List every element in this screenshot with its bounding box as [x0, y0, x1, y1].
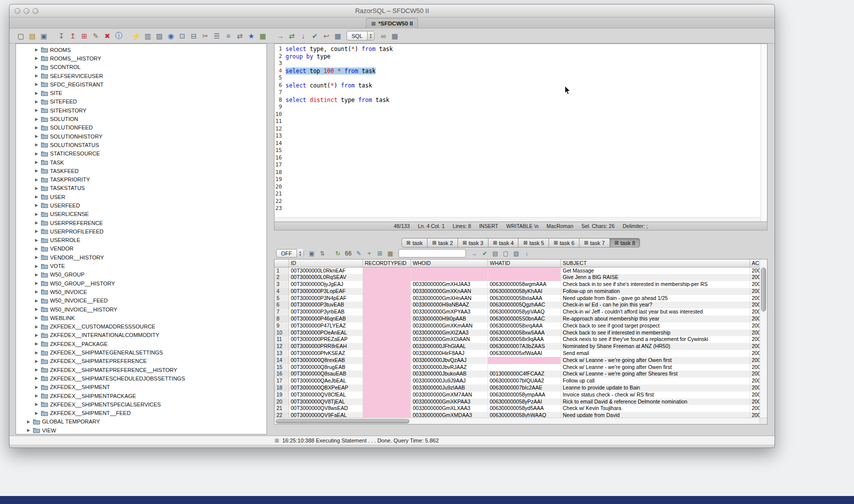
sort-results-icon[interactable]: ⇅: [318, 248, 327, 258]
tree-item[interactable]: ▶ZKFEDEX__SHIPMENTPACKAGE: [16, 392, 266, 400]
cell-ac[interactable]: 200: [750, 405, 760, 412]
cell-whoid[interactable]: 0033000000GmXM7AAN: [410, 392, 488, 398]
tree-item[interactable]: ▶ROOMS__HISTORY: [16, 54, 266, 62]
cell-subject[interactable]: Send email: [560, 350, 750, 357]
disclosure-triangle-icon[interactable]: ▶: [34, 385, 39, 390]
cell-whatid[interactable]: 006300000058yhWAAQ: [488, 412, 560, 418]
tree-item[interactable]: ▶VENDOR: [16, 244, 266, 253]
disclosure-triangle-icon[interactable]: ▶: [34, 359, 39, 364]
cell-whoid[interactable]: 0033000000Ju9J9AAJ: [410, 378, 488, 384]
cell-recordtypeid[interactable]: [362, 336, 410, 343]
disclosure-triangle-icon[interactable]: ▶: [34, 65, 39, 70]
insert-row-icon[interactable]: +: [364, 248, 374, 258]
cell-subject[interactable]: Re-approach about membership this year: [560, 316, 750, 322]
disclosure-triangle-icon[interactable]: ▶: [34, 316, 39, 320]
column-header-id[interactable]: ID: [288, 260, 362, 267]
disclosure-triangle-icon[interactable]: ▶: [34, 298, 39, 303]
cell-whoid[interactable]: 0033000000GmXOiAAN: [410, 336, 488, 343]
cell-id[interactable]: 00T3000000OjyJgEAJ: [288, 281, 362, 288]
cell-whoid[interactable]: 0033000000JbvQzAAJ: [410, 357, 488, 364]
disclosure-triangle-icon[interactable]: ▶: [34, 212, 39, 216]
cell-whatid[interactable]: 00630000005S0bnAAC: [488, 316, 560, 322]
column-header-ac[interactable]: AC: [750, 260, 760, 267]
cell-whoid[interactable]: 0033000000Ju9zIAAB: [410, 384, 488, 392]
rollback-icon[interactable]: ↩: [321, 30, 332, 41]
cell-recordtypeid[interactable]: [362, 378, 410, 384]
cell-recordtypeid[interactable]: [362, 392, 410, 398]
editor-vertical-scrollbar[interactable]: [760, 44, 767, 222]
cell-whatid[interactable]: 006300000058wgmAAA: [488, 281, 560, 288]
disclosure-triangle-icon[interactable]: ▶: [34, 324, 39, 329]
tree-item[interactable]: ▶SOLUTIONFEED: [16, 124, 266, 132]
cell-recordtypeid[interactable]: [362, 281, 410, 288]
tree-item[interactable]: ▶GLOBAL TEMPORARY: [16, 418, 266, 426]
disclosure-triangle-icon[interactable]: ▶: [34, 342, 39, 346]
cell-recordtypeid[interactable]: [362, 267, 410, 274]
tree-item[interactable]: ▶STATICRESOURCE: [16, 150, 266, 158]
cell-ac[interactable]: 200: [750, 343, 760, 350]
execute-sql-icon[interactable]: ⚡: [131, 30, 142, 41]
tree-item[interactable]: ▶SFDC_REGISTRANT: [16, 80, 266, 88]
tree-item[interactable]: ▶SITE: [16, 88, 266, 97]
cell-id[interactable]: 00T3000000POeAnEAL: [288, 330, 362, 336]
tree-item[interactable]: ▶W50_INVOICE__FEED: [16, 296, 266, 305]
tree-item[interactable]: ▶ZKFEDEX__SHIPMENTSPECIALSERVICES: [16, 400, 266, 408]
cell-id[interactable]: 00T3000000P46qnEAB: [288, 316, 362, 322]
tree-item[interactable]: ▶W50_INVOICE__HISTORY: [16, 305, 266, 314]
quotes-icon[interactable]: 66: [344, 248, 353, 258]
cell-whatid[interactable]: 006300000058ypVAAQ: [488, 308, 560, 316]
results-search-input[interactable]: [398, 249, 466, 258]
results-tab-task-3[interactable]: ⊠task 3: [458, 238, 488, 248]
tab-close-icon[interactable]: ⊠: [493, 240, 497, 246]
scrollbar-thumb[interactable]: [276, 419, 410, 424]
cell-id[interactable]: 00T3000000QAeJbEAL: [288, 378, 362, 384]
cell-whatid[interactable]: 006300000058yPzAAI: [488, 398, 560, 406]
go-icon[interactable]: →: [275, 30, 286, 41]
disclosure-triangle-icon[interactable]: ▶: [34, 368, 39, 372]
cell-ac[interactable]: 200: [750, 308, 760, 316]
results-tab-task-8[interactable]: ⊠task 8: [610, 238, 640, 248]
cell-subject[interactable]: Check-in w/ Ed - can he join this year?: [560, 302, 750, 308]
auto-commit-select[interactable]: OFF ▲▼: [276, 249, 304, 258]
copy-icon[interactable]: ⊡: [177, 30, 188, 41]
cell-ac[interactable]: 200: [750, 336, 760, 343]
sql-mode-select[interactable]: SQL ▲▼: [346, 31, 374, 40]
search-icon[interactable]: ◉: [166, 30, 176, 41]
cell-whoid[interactable]: 0033000000JFhGlAAL: [410, 343, 488, 350]
cell-subject[interactable]: Check w/ Leanne - we're going after Owen…: [560, 364, 750, 371]
pane-splitter[interactable]: [267, 44, 274, 434]
editor-horizontal-scrollbar[interactable]: [274, 217, 760, 222]
explain-plan-icon[interactable]: ▧: [154, 30, 164, 41]
cell-whatid[interactable]: 006300000058yd5AAA: [488, 405, 560, 412]
cell-id[interactable]: 00T3000000L0RknEAF: [288, 267, 362, 274]
cell-whoid[interactable]: 0033000000JbukoAAB: [410, 370, 488, 378]
table-grid-icon[interactable]: ▦: [258, 30, 268, 41]
cell-ac[interactable]: 200: [750, 330, 760, 336]
cell-whatid[interactable]: 006300000058ympAAA: [488, 392, 560, 398]
cell-id[interactable]: 00T3000000QBXPeEAP: [288, 384, 362, 392]
disclosure-triangle-icon[interactable]: ▶: [26, 420, 31, 424]
disclosure-triangle-icon[interactable]: ▶: [34, 126, 39, 130]
tree-item[interactable]: ▶SOLUTION: [16, 114, 266, 123]
disclosure-triangle-icon[interactable]: ▶: [34, 48, 39, 52]
cell-whoid[interactable]: 0033000000GmXLXAA3: [410, 405, 488, 412]
cell-recordtypeid[interactable]: [362, 274, 410, 281]
compare-icon[interactable]: ⇄: [234, 30, 245, 41]
cell-whatid[interactable]: 006300000058xw5AAA: [488, 330, 560, 336]
find-next-icon[interactable]: →: [470, 248, 479, 258]
disclosure-triangle-icon[interactable]: ▶: [34, 56, 39, 60]
disclosure-triangle-icon[interactable]: ▶: [34, 246, 39, 251]
cell-id[interactable]: 00T3000000Q8rexEAB: [288, 357, 362, 364]
disclosure-triangle-icon[interactable]: ▶: [34, 203, 39, 208]
tree-item[interactable]: ▶ZKFEDEX__SHIPMENT: [16, 383, 266, 392]
cell-ac[interactable]: 200: [750, 412, 760, 418]
cell-whoid[interactable]: 0033000000JbvRJAAZ: [410, 364, 488, 371]
new-file-icon[interactable]: ▢: [16, 30, 26, 41]
connections-icon[interactable]: ∞: [378, 30, 388, 41]
cell-id[interactable]: 00T3000000QV8CfEAL: [288, 392, 362, 398]
cell-id[interactable]: 00T3000000Q8rugEAB: [288, 364, 362, 371]
tree-item[interactable]: ▶ZKFEDEX__INTERNATIONALCOMMODITY: [16, 331, 266, 340]
tree-item[interactable]: ▶W50_GROUP: [16, 270, 266, 279]
tab-close-icon[interactable]: ⊠: [614, 240, 618, 246]
results-list-icon[interactable]: ☰: [212, 30, 222, 41]
